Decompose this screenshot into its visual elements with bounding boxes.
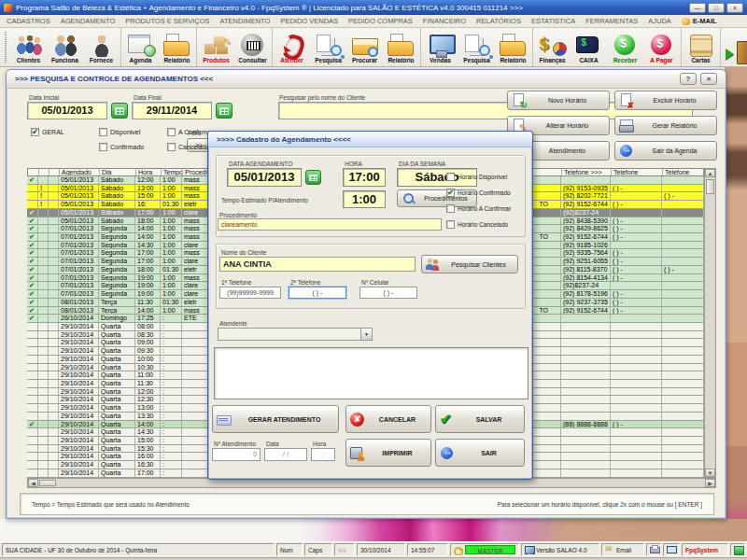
dialog-checkbox-hor-rio-cancelado[interactable]: Horário Cancelado	[446, 220, 508, 229]
vertical-scroll-thumb[interactable]	[706, 179, 714, 194]
table-cell: Quarta	[99, 364, 135, 372]
table-cell	[611, 428, 662, 437]
dialog-checkbox-hor-rio-disponivel[interactable]: Horário Disponivel	[446, 173, 507, 181]
toolbar-button-exit-door[interactable]	[722, 29, 747, 65]
calendar-button-inicial[interactable]	[111, 103, 128, 119]
nome-cliente-field[interactable]: ANA CINTIA	[219, 257, 416, 272]
menu-agendamento[interactable]: AGENDAMENTO	[61, 17, 116, 25]
excluir-hor-rio-button[interactable]: Excluir Horário	[614, 91, 717, 110]
filter-checkbox-disponivel[interactable]: Disponivel	[99, 128, 140, 136]
toolbar-button-relat-rio[interactable]: Relatório	[159, 29, 195, 65]
toolbar-button-a-pagar[interactable]: A Pagar	[643, 29, 680, 65]
toolbar-button-relat-rio[interactable]: Relatório	[495, 29, 531, 65]
toolbar-button-fornece[interactable]: Fornece	[83, 29, 120, 65]
salvar-button[interactable]: SALVAR	[435, 405, 525, 433]
search-docs-icon	[314, 34, 344, 57]
filter-checkbox-geral[interactable]: ✔GERAL	[31, 128, 64, 136]
n-atendimento-field[interactable]: 0	[212, 448, 261, 461]
scroll-left-icon[interactable]: ◀	[28, 479, 38, 487]
scroll-down-icon[interactable]: ▼	[705, 469, 715, 477]
gerar-relat-rio-button[interactable]: Gerar Relatório	[614, 116, 717, 135]
pesquisar-clientes-button[interactable]: Pesquisar Clientes	[421, 255, 518, 273]
sair-da-agenda-button[interactable]: Sair da Agenda	[614, 141, 717, 161]
checkbox-unchecked[interactable]	[99, 128, 107, 136]
toolbar-button-caixa[interactable]: CAIXA	[571, 29, 607, 65]
horizontal-scroll-thumb[interactable]	[39, 480, 56, 486]
data-inicial-field[interactable]: 05/01/2013	[27, 102, 107, 119]
menu-atendimento[interactable]: ATENDIMENTO	[219, 17, 270, 25]
dialog-checkbox-hor-rio-a-confirmar[interactable]: Horário A Confirmar	[446, 204, 511, 213]
toolbar-button-pesquisa[interactable]: Pesquisa	[458, 29, 495, 65]
minimize-icon[interactable]: —	[689, 3, 706, 13]
checkbox-unchecked[interactable]	[446, 220, 455, 229]
scroll-up-icon[interactable]: ▲	[705, 169, 715, 177]
filter-checkbox-confirmado[interactable]: Confirmado	[99, 143, 144, 151]
checkbox-unchecked[interactable]	[446, 204, 455, 213]
checkbox-checked[interactable]: ✔	[31, 128, 39, 136]
menu-ferramentas[interactable]: FERRAMENTAS	[585, 17, 638, 25]
telefone2-field[interactable]: ( ) -	[289, 287, 346, 299]
table-cell	[27, 437, 38, 445]
hora-atendimento-field[interactable]: :	[311, 448, 335, 461]
menu-pedido-vendas[interactable]: PEDIDO VENDAS	[280, 17, 338, 25]
hora-field[interactable]: 17:00	[343, 168, 386, 187]
imprimir-button[interactable]: IMPRIMIR	[345, 439, 431, 467]
procedimento-field[interactable]: clareamento	[218, 218, 442, 231]
menu-cadastros[interactable]: CADASTROS	[7, 17, 50, 25]
calendar-button-dialog[interactable]	[305, 170, 321, 185]
celular-field[interactable]: ( ) -	[359, 287, 417, 299]
toolbar-button-pesquisa[interactable]: Pesquisa	[310, 29, 346, 65]
scroll-right-icon[interactable]: ▶	[705, 479, 715, 487]
close-window-button[interactable]: ×	[700, 73, 717, 85]
restore-icon[interactable]: □	[708, 3, 725, 13]
gerar-atendimento-button[interactable]: GERAR ATENDIMENTO	[212, 405, 339, 433]
filter-checkbox-a-confirmar[interactable]: A Confirmar	[167, 128, 213, 136]
menu-financeiro[interactable]: FINANCEIRO	[423, 17, 466, 25]
toolbar-button-clientes[interactable]: Clientes	[10, 29, 47, 65]
menu-e-mail[interactable]: E-MAIL	[682, 17, 717, 25]
novo-hor-rio-button[interactable]: Novo Horário	[507, 91, 610, 110]
toolbar-button-agenda[interactable]: Agenda	[122, 29, 159, 65]
menu-produtos-e-servi-os[interactable]: PRODUTOS E SERVIÇOS	[125, 17, 209, 25]
sair-button[interactable]: SAIR	[435, 439, 525, 467]
checkbox-unchecked[interactable]	[167, 128, 176, 136]
vertical-scrollbar[interactable]: ▲ ▼	[704, 168, 716, 478]
toolbar-button-finan-as[interactable]: Finanças	[534, 29, 571, 65]
calendar-button-final[interactable]	[216, 103, 233, 119]
checkbox-unchecked[interactable]	[167, 143, 176, 151]
checkbox-checked[interactable]: ✔	[446, 189, 455, 197]
data-final-field[interactable]: 29/11/2014	[132, 102, 212, 119]
procedures-listbox[interactable]	[214, 347, 529, 399]
data-atendimento-field[interactable]: / /	[264, 448, 307, 461]
tempo-estimado-field[interactable]: 1:00	[343, 190, 386, 208]
toolbar-button-vendas[interactable]: Vendas	[422, 29, 458, 65]
toolbar-button-receber[interactable]: Receber	[607, 29, 643, 65]
monitor-icon	[426, 34, 456, 57]
table-cell: (88) 8888-8888	[561, 421, 611, 429]
toolbar-button-relat-rio[interactable]: Relatório	[383, 29, 419, 65]
telefone1-field[interactable]: (99)99999-9999	[219, 287, 281, 299]
checkbox-unchecked[interactable]	[99, 143, 107, 151]
toolbar-button-funciona[interactable]: Funciona	[47, 29, 83, 65]
toolbar-button-cartas[interactable]: Cartas	[683, 29, 719, 65]
help-button[interactable]: ?	[680, 73, 697, 85]
atendente-select[interactable]: ▼	[218, 328, 373, 341]
data-agendamento-field[interactable]: 05/01/2013	[227, 168, 302, 187]
toolbar-button-procurar[interactable]: Procurar	[346, 29, 383, 65]
menu-ajuda[interactable]: AJUDA	[648, 17, 671, 25]
checkbox-unchecked[interactable]	[446, 173, 455, 181]
toolbar-button-atender[interactable]: Atender	[274, 29, 310, 65]
toolbar-button-produtos[interactable]: Produtos	[198, 29, 234, 65]
dialog-checkbox-hor-rio-confirmado[interactable]: ✔Horário Confirmado	[446, 189, 511, 197]
close-icon[interactable]: ×	[726, 3, 743, 13]
menu-pedido-compras[interactable]: PEDIDO COMPRAS	[348, 17, 413, 25]
menu-estatistica[interactable]: ESTATISTICA	[531, 17, 575, 25]
menu-relat-rios[interactable]: RELATÓRIOS	[476, 17, 521, 25]
toolbar-button-consultar[interactable]: Consultar	[234, 29, 271, 65]
cancelar-button[interactable]: CANCELAR	[345, 405, 431, 433]
table-cell: 29/10/2014	[59, 413, 99, 421]
filter-checkbox-cancelados[interactable]: Cancelados	[167, 143, 213, 151]
table-cell: 17:00	[135, 469, 161, 478]
chevron-down-icon[interactable]: ▼	[360, 329, 372, 340]
table-cell: 05/01/2013	[59, 209, 99, 217]
